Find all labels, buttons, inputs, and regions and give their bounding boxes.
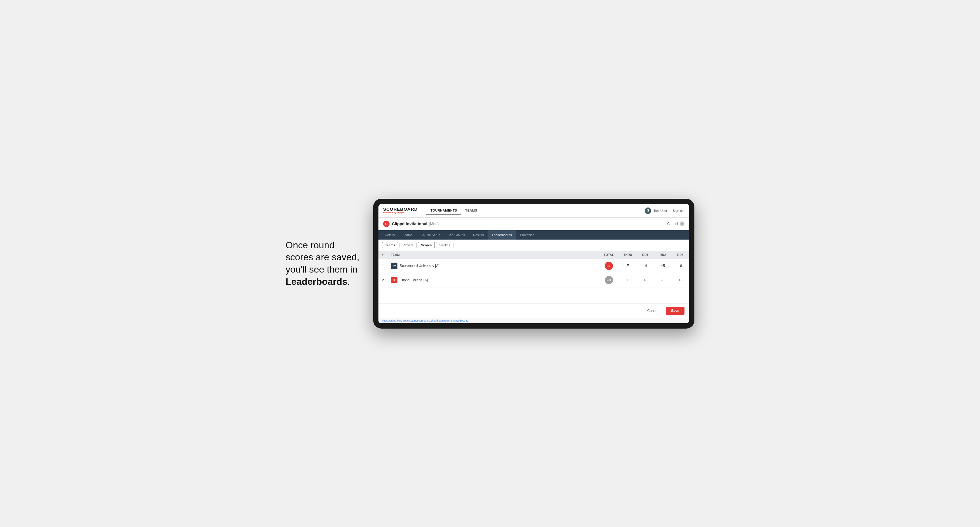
team-2-rd3: +3 bbox=[671, 273, 689, 287]
tab-results[interactable]: Results bbox=[469, 230, 488, 240]
team-2-thru: F bbox=[619, 273, 636, 287]
tab-leaderboards[interactable]: Leaderboards bbox=[488, 230, 516, 240]
status-url: https://stage-blue-coach.stagescoreboard… bbox=[382, 319, 468, 322]
tab-course-setup[interactable]: Course Setup bbox=[417, 230, 444, 240]
tournament-header: C Clippd Invitational (Men) Cancel ✕ bbox=[379, 218, 689, 230]
tab-printables[interactable]: Printables bbox=[516, 230, 538, 240]
main-nav: TOURNAMENTS TEAMS bbox=[426, 206, 481, 215]
rank-1: 1 bbox=[379, 259, 388, 273]
user-name: Test User bbox=[654, 209, 667, 213]
cancel-button[interactable]: Cancel bbox=[643, 307, 663, 315]
score-badge-1: -5 bbox=[605, 262, 613, 270]
score-badge-2: +3 bbox=[605, 276, 613, 284]
rank-2: 2 bbox=[379, 273, 388, 287]
nav-tournaments[interactable]: TOURNAMENTS bbox=[426, 206, 461, 215]
sub-tabs-row: Teams Players Scores Strokes bbox=[379, 240, 689, 251]
nav-teams[interactable]: TEAMS bbox=[461, 206, 481, 215]
col-total: TOTAL bbox=[599, 251, 619, 259]
tablet-screen: SCOREBOARD Powered by clippd TOURNAMENTS… bbox=[379, 204, 689, 323]
team-1-thru: F bbox=[619, 259, 636, 273]
main-tabs-row: Details Teams Course Setup Tee Groups Re… bbox=[379, 230, 689, 240]
logo-scoreboard: SCOREBOARD bbox=[383, 207, 418, 212]
sub-tab-scores[interactable]: Scores bbox=[418, 242, 435, 248]
status-bar: https://stage-blue-coach.stagescoreboard… bbox=[379, 318, 689, 323]
tablet-device: SCOREBOARD Powered by clippd TOURNAMENTS… bbox=[373, 199, 694, 329]
logo-area: SCOREBOARD Powered by clippd bbox=[383, 207, 418, 214]
sub-tab-strokes[interactable]: Strokes bbox=[436, 242, 453, 248]
header-right: S Test User | Sign out bbox=[645, 208, 684, 214]
team-2-logo: C bbox=[391, 277, 398, 283]
cancel-x-icon: ✕ bbox=[680, 221, 684, 226]
tournament-icon: C bbox=[383, 221, 390, 227]
tournament-name: Clippd Invitational bbox=[392, 221, 427, 226]
table-row: 1 SU Scoreboard University [A] -5 F bbox=[379, 259, 689, 273]
separator: | bbox=[670, 209, 670, 213]
tab-details[interactable]: Details bbox=[381, 230, 399, 240]
tab-teams[interactable]: Teams bbox=[399, 230, 417, 240]
content-area: # TEAM TOTAL THRU RD1 RD2 RD3 1 bbox=[379, 251, 689, 303]
team-2-rd1: +8 bbox=[636, 273, 654, 287]
sub-tab-teams[interactable]: Teams bbox=[382, 242, 398, 248]
col-rd1: RD1 bbox=[636, 251, 654, 259]
table-row: 2 C Clippd College [A] +3 F bbox=[379, 273, 689, 287]
team-1-name: Scoreboard University [A] bbox=[400, 264, 439, 268]
col-rd2: RD2 bbox=[654, 251, 671, 259]
team-1-total: -5 bbox=[599, 259, 619, 273]
sidebar-description: Once round scores are saved, you'll see … bbox=[286, 239, 361, 288]
save-button[interactable]: Save bbox=[666, 307, 684, 315]
col-rank: # bbox=[379, 251, 388, 259]
sign-out-link[interactable]: Sign out bbox=[673, 209, 684, 213]
sub-tab-players[interactable]: Players bbox=[399, 242, 417, 248]
modal-footer: Cancel Save bbox=[379, 303, 689, 318]
team-1-rd3: -6 bbox=[671, 259, 689, 273]
team-2-name: Clippd College [A] bbox=[400, 278, 428, 282]
logo-powered: Powered by clippd bbox=[383, 211, 418, 214]
tournament-gender: (Men) bbox=[429, 221, 439, 226]
col-team: TEAM bbox=[388, 251, 599, 259]
app-header: SCOREBOARD Powered by clippd TOURNAMENTS… bbox=[379, 204, 689, 218]
team-2-rd2: -8 bbox=[654, 273, 671, 287]
team-1-rd1: -4 bbox=[636, 259, 654, 273]
tournament-cancel-button[interactable]: Cancel ✕ bbox=[667, 221, 684, 226]
col-thru: THRU bbox=[619, 251, 636, 259]
team-1-cell: SU Scoreboard University [A] bbox=[388, 259, 599, 273]
table-header: # TEAM TOTAL THRU RD1 RD2 RD3 bbox=[379, 251, 689, 259]
leaderboard-table: # TEAM TOTAL THRU RD1 RD2 RD3 1 bbox=[379, 251, 689, 287]
team-1-rd2: +5 bbox=[654, 259, 671, 273]
page-wrapper: Once round scores are saved, you'll see … bbox=[286, 199, 694, 329]
team-2-cell: C Clippd College [A] bbox=[388, 273, 599, 287]
team-2-total: +3 bbox=[599, 273, 619, 287]
tab-tee-groups[interactable]: Tee Groups bbox=[444, 230, 469, 240]
avatar: S bbox=[645, 208, 651, 214]
team-1-logo: SU bbox=[391, 263, 398, 269]
table-body: 1 SU Scoreboard University [A] -5 F bbox=[379, 259, 689, 287]
col-rd3: RD3 bbox=[671, 251, 689, 259]
